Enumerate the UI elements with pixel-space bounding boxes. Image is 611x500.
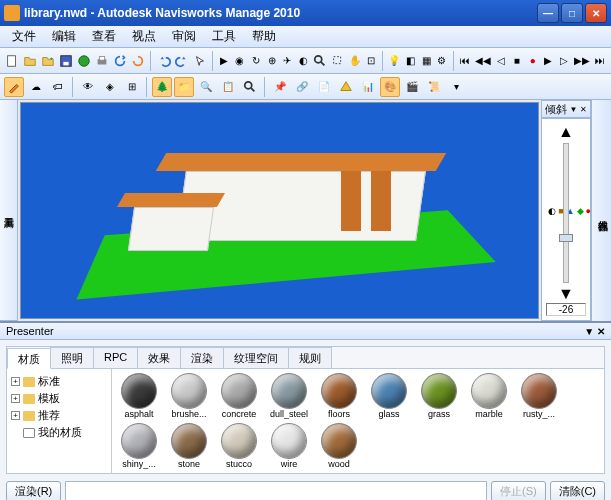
nav-walk-icon[interactable]: ▶: [217, 51, 231, 71]
find-items-icon[interactable]: 🔍: [196, 77, 216, 97]
material-thumb[interactable]: dull_steel: [266, 373, 312, 419]
playback-rewind-icon[interactable]: ◀◀: [474, 51, 492, 71]
render-path-input[interactable]: [65, 481, 487, 500]
print-icon[interactable]: [94, 51, 110, 71]
playback-prev-icon[interactable]: ◁: [494, 51, 508, 71]
select-icon[interactable]: [192, 51, 208, 71]
material-thumb[interactable]: wire: [266, 423, 312, 469]
close-button[interactable]: ✕: [585, 3, 607, 23]
nav-look-icon[interactable]: ◉: [233, 51, 247, 71]
tab-rules[interactable]: 规则: [288, 347, 332, 368]
tab-effects[interactable]: 效果: [137, 347, 181, 368]
playback-ff-icon[interactable]: ▶▶: [573, 51, 591, 71]
selection-tree-icon[interactable]: 🌲: [152, 77, 172, 97]
nav-pan-icon[interactable]: ✋: [348, 51, 362, 71]
links-icon[interactable]: 🔗: [292, 77, 312, 97]
material-thumb[interactable]: stone: [166, 423, 212, 469]
nav-zoombox-icon[interactable]: [330, 51, 346, 71]
save-icon[interactable]: [58, 51, 74, 71]
material-thumb[interactable]: asphalt: [116, 373, 162, 419]
material-tree[interactable]: +标准 +模板 +推荐 我的材质: [7, 369, 112, 473]
redo-icon[interactable]: [174, 51, 190, 71]
maximize-button[interactable]: □: [561, 3, 583, 23]
tilt-down-icon[interactable]: ▼: [558, 285, 574, 303]
tab-texturespace[interactable]: 纹理空间: [223, 347, 289, 368]
publish-icon[interactable]: [76, 51, 92, 71]
require-icon[interactable]: ◈: [100, 77, 120, 97]
minimize-button[interactable]: —: [537, 3, 559, 23]
render-button[interactable]: 渲染(R): [6, 481, 61, 501]
presenter-tool-icon[interactable]: 🎨: [380, 77, 400, 97]
nav-turntable-icon[interactable]: ◐: [296, 51, 310, 71]
presenter-titlebar[interactable]: Presenter ▼ ✕: [0, 323, 611, 340]
tilt-up-icon[interactable]: ▲: [558, 123, 574, 141]
timeliner-icon[interactable]: 📊: [358, 77, 378, 97]
tilt-value-input[interactable]: [546, 303, 586, 316]
tilt-slider[interactable]: ▲ ▼: [541, 118, 591, 321]
menu-file[interactable]: 文件: [4, 26, 44, 47]
material-thumb[interactable]: marble: [466, 373, 512, 419]
material-thumb[interactable]: brushe...: [166, 373, 212, 419]
playback-start-icon[interactable]: ⏮: [458, 51, 472, 71]
material-thumb[interactable]: floors: [316, 373, 362, 419]
material-thumb[interactable]: grass: [416, 373, 462, 419]
hide-icon[interactable]: 👁: [78, 77, 98, 97]
vp-icon-5[interactable]: ◐: [548, 206, 556, 220]
nav-orbit-icon[interactable]: ↻: [249, 51, 263, 71]
nav-zoom-icon[interactable]: [312, 51, 328, 71]
viewport[interactable]: [20, 102, 539, 319]
playback-record-icon[interactable]: ●: [526, 51, 540, 71]
dropdown-icon[interactable]: ▾: [446, 77, 466, 97]
material-thumb[interactable]: wood: [316, 423, 362, 469]
render-mode-icon[interactable]: ◧: [403, 51, 417, 71]
redline-pencil-icon[interactable]: [4, 77, 24, 97]
nav-fly-icon[interactable]: ✈: [280, 51, 294, 71]
vp-icon-1[interactable]: ●: [586, 206, 591, 220]
playback-end-icon[interactable]: ⏭: [593, 51, 607, 71]
playback-next-icon[interactable]: ▷: [557, 51, 571, 71]
unhide-icon[interactable]: ⊞: [122, 77, 142, 97]
material-thumb[interactable]: glass: [366, 373, 412, 419]
saved-viewpoints-tab[interactable]: 保存的视点: [593, 211, 611, 215]
append-icon[interactable]: +: [40, 51, 56, 71]
material-thumb[interactable]: stucco: [216, 423, 262, 469]
search-icon[interactable]: [240, 77, 260, 97]
light-icon[interactable]: 💡: [387, 51, 401, 71]
nav-zoomall-icon[interactable]: ⊡: [364, 51, 378, 71]
properties-icon[interactable]: 📋: [218, 77, 238, 97]
background-icon[interactable]: ▦: [419, 51, 433, 71]
hold-icon[interactable]: 📌: [270, 77, 290, 97]
viewpoint-props-icon[interactable]: ⚙: [435, 51, 449, 71]
tab-render[interactable]: 渲染: [180, 347, 224, 368]
clash-icon[interactable]: [336, 77, 356, 97]
menu-tools[interactable]: 工具: [204, 26, 244, 47]
menu-edit[interactable]: 编辑: [44, 26, 84, 47]
redline-tag-icon[interactable]: 🏷: [48, 77, 68, 97]
clear-button[interactable]: 清除(C): [550, 481, 605, 501]
vp-icon-2[interactable]: ◆: [577, 206, 584, 220]
tab-rpc[interactable]: RPC: [93, 347, 138, 368]
material-thumb[interactable]: rusty_...: [516, 373, 562, 419]
reset-icon[interactable]: [130, 51, 146, 71]
redline-cloud-icon[interactable]: ☁: [26, 77, 46, 97]
open-icon[interactable]: [22, 51, 38, 71]
playback-stop-icon[interactable]: ■: [510, 51, 524, 71]
presenter-close-icon[interactable]: ▼ ✕: [584, 326, 605, 337]
selection-sets-icon[interactable]: 📁: [174, 77, 194, 97]
menu-view[interactable]: 查看: [84, 26, 124, 47]
refresh-icon[interactable]: [112, 51, 128, 71]
menu-help[interactable]: 帮助: [244, 26, 284, 47]
material-thumb[interactable]: concrete: [216, 373, 262, 419]
playback-play-icon[interactable]: ▶: [542, 51, 556, 71]
tilt-thumb[interactable]: [559, 234, 573, 242]
menu-review[interactable]: 审阅: [164, 26, 204, 47]
material-thumb[interactable]: shiny_...: [116, 423, 162, 469]
sidebar-tab-measure[interactable]: 测量工具: [0, 100, 17, 321]
menu-viewpoint[interactable]: 视点: [124, 26, 164, 47]
scripter-icon[interactable]: 📜: [424, 77, 444, 97]
quickprops-icon[interactable]: 📄: [314, 77, 334, 97]
undo-icon[interactable]: [156, 51, 172, 71]
tab-materials[interactable]: 材质: [7, 348, 51, 369]
new-icon[interactable]: [4, 51, 20, 71]
nav-examine-icon[interactable]: ⊕: [265, 51, 279, 71]
